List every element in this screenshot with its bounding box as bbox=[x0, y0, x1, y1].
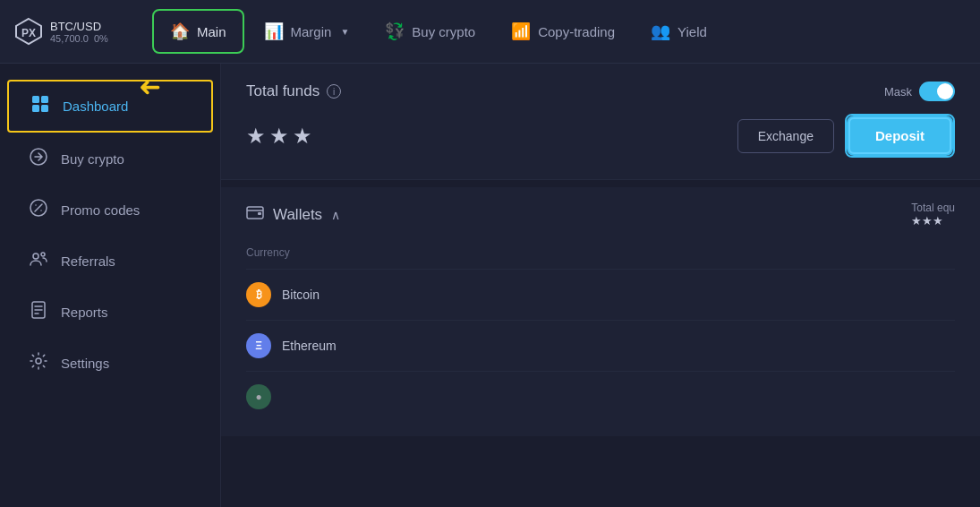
btc-name: Bitcoin bbox=[282, 288, 320, 302]
funds-body: ★★★ Exchange Deposit bbox=[246, 114, 955, 158]
other-icon: ● bbox=[246, 384, 271, 409]
main-layout: ➜ Dashboard Buy crypto bbox=[0, 64, 980, 507]
svg-rect-3 bbox=[41, 96, 48, 103]
sidebar: ➜ Dashboard Buy crypto bbox=[0, 64, 221, 507]
buy-crypto-icon bbox=[29, 147, 48, 171]
svg-point-9 bbox=[41, 253, 45, 256]
toggle-knob bbox=[937, 83, 953, 99]
mask-toggle-switch[interactable] bbox=[919, 82, 955, 101]
funds-actions: Exchange Deposit bbox=[737, 114, 955, 158]
deposit-button-wrapper: Deposit bbox=[845, 114, 955, 158]
svg-point-11 bbox=[36, 358, 41, 364]
settings-icon bbox=[29, 351, 48, 375]
sidebar-item-dashboard[interactable]: Dashboard bbox=[7, 80, 213, 133]
table-row: ₿ Bitcoin bbox=[246, 270, 955, 321]
logo-area: PX BTC/USD 45,700.0 0% bbox=[14, 17, 131, 46]
exchange-button[interactable]: Exchange bbox=[737, 119, 834, 153]
logo-icon: PX bbox=[14, 17, 43, 46]
sidebar-item-label-dashboard: Dashboard bbox=[63, 99, 128, 114]
referrals-icon bbox=[29, 249, 48, 273]
sidebar-item-label-reports: Reports bbox=[61, 305, 108, 320]
funds-title: Total funds i bbox=[246, 82, 341, 100]
sidebar-item-settings[interactable]: Settings bbox=[7, 339, 213, 388]
nav-item-main[interactable]: 🏠 Main bbox=[152, 9, 244, 54]
total-equ-area: Total equ ★★★ bbox=[911, 202, 955, 228]
wallets-title: Wallets ∧ bbox=[246, 204, 340, 225]
wallets-header: Wallets ∧ Total equ ★★★ bbox=[246, 202, 955, 228]
wallet-icon bbox=[246, 204, 264, 225]
sidebar-item-reports[interactable]: Reports bbox=[7, 288, 213, 337]
table-row: ● bbox=[246, 372, 955, 422]
btc-price-value: 45,700.0 0% bbox=[50, 33, 108, 44]
svg-text:PX: PX bbox=[21, 27, 36, 39]
sidebar-item-referrals[interactable]: Referrals bbox=[7, 236, 213, 286]
sidebar-item-promo-codes[interactable]: Promo codes bbox=[7, 185, 213, 235]
eth-icon: Ξ bbox=[246, 333, 271, 358]
dashboard-icon bbox=[30, 94, 50, 118]
chart-icon: 📊 bbox=[264, 21, 284, 41]
sidebar-item-buy-crypto[interactable]: Buy crypto bbox=[7, 134, 213, 184]
chevron-down-icon: ▼ bbox=[340, 27, 349, 37]
wallets-section: Wallets ∧ Total equ ★★★ Currency ₿ Bitco… bbox=[221, 187, 980, 436]
nav-item-margin[interactable]: 📊 Margin ▼ bbox=[248, 9, 366, 54]
table-header: Currency bbox=[246, 238, 955, 270]
home-icon: 🏠 bbox=[170, 21, 190, 41]
exchange-icon: 💱 bbox=[385, 21, 405, 41]
wallets-chevron-up[interactable]: ∧ bbox=[331, 208, 340, 222]
svg-rect-2 bbox=[32, 96, 39, 103]
btc-icon: ₿ bbox=[246, 282, 271, 307]
nav-item-copy-trading[interactable]: 📶 Copy-trading bbox=[495, 9, 631, 54]
deposit-button[interactable]: Deposit bbox=[848, 117, 951, 154]
btc-info: BTC/USD 45,700.0 0% bbox=[50, 20, 108, 44]
funds-masked-value: ★★★ bbox=[246, 124, 316, 149]
reports-icon bbox=[29, 300, 48, 324]
sidebar-item-label-settings: Settings bbox=[61, 356, 109, 371]
nav-item-yield[interactable]: 👥 Yield bbox=[635, 9, 723, 54]
sidebar-item-label-promo: Promo codes bbox=[61, 202, 140, 218]
sidebar-item-label-referrals: Referrals bbox=[61, 254, 115, 269]
nav-item-buy-crypto[interactable]: 💱 Buy crypto bbox=[369, 9, 491, 54]
info-icon[interactable]: i bbox=[327, 84, 341, 99]
btc-pair: BTC/USD bbox=[50, 20, 108, 33]
yield-icon: 👥 bbox=[651, 21, 670, 41]
svg-point-8 bbox=[33, 254, 38, 259]
sidebar-item-label-buy-crypto: Buy crypto bbox=[61, 151, 124, 167]
top-navigation: PX BTC/USD 45,700.0 0% 🏠 Main 📊 Margin ▼… bbox=[0, 0, 980, 64]
promo-icon bbox=[29, 198, 48, 222]
svg-rect-5 bbox=[41, 105, 48, 112]
funds-card: Total funds i Mask ★★★ Exchange Deposit bbox=[221, 64, 980, 180]
signal-icon: 📶 bbox=[511, 21, 531, 41]
table-row: Ξ Ethereum bbox=[246, 321, 955, 372]
svg-rect-4 bbox=[32, 105, 39, 112]
content-area: Total funds i Mask ★★★ Exchange Deposit bbox=[221, 64, 980, 507]
mask-toggle[interactable]: Mask bbox=[884, 82, 955, 101]
svg-rect-13 bbox=[258, 212, 261, 215]
funds-header: Total funds i Mask bbox=[246, 82, 955, 101]
eth-name: Ethereum bbox=[282, 339, 337, 353]
